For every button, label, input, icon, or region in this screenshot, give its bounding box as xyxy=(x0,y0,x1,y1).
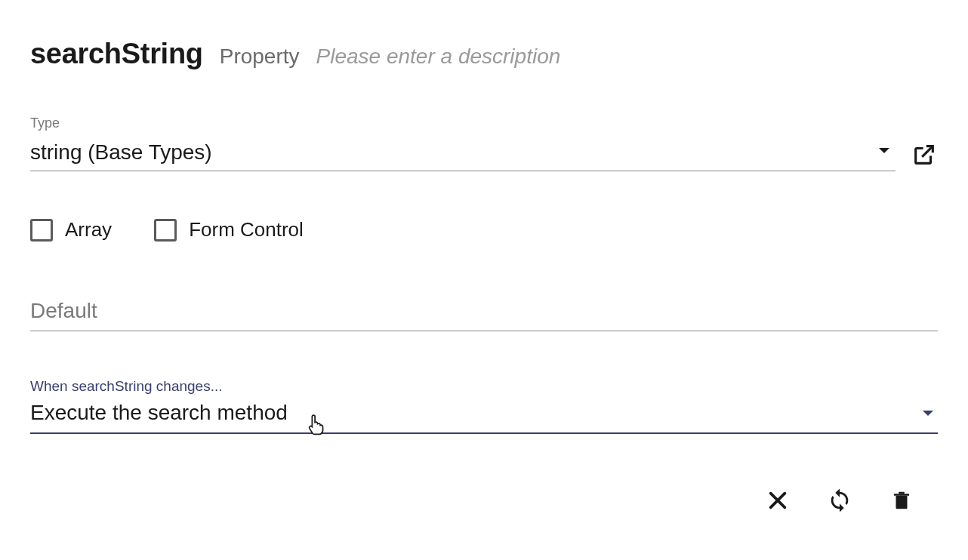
on-change-label: When searchString changes... xyxy=(30,378,938,395)
array-checkbox[interactable]: Array xyxy=(30,218,112,242)
close-button[interactable] xyxy=(764,487,791,514)
on-change-select[interactable]: Execute the search method xyxy=(30,399,938,434)
form-control-checkbox[interactable]: Form Control xyxy=(154,218,304,242)
form-control-checkbox-label: Form Control xyxy=(189,218,304,242)
refresh-button[interactable] xyxy=(826,487,853,514)
type-select[interactable]: string (Base Types) xyxy=(30,137,896,171)
property-description-placeholder[interactable]: Please enter a description xyxy=(316,45,561,69)
default-input[interactable] xyxy=(30,294,938,331)
type-select-value: string (Base Types) xyxy=(30,140,212,165)
property-header: searchString Property Please enter a des… xyxy=(30,38,938,70)
property-kind-label: Property xyxy=(220,45,300,69)
dropdown-caret-icon xyxy=(879,148,889,153)
refresh-icon xyxy=(827,488,852,513)
type-row: Type string (Base Types) xyxy=(30,115,938,171)
checkbox-box-icon xyxy=(30,219,53,242)
on-change-select-value: Execute the search method xyxy=(30,401,288,425)
property-name: searchString xyxy=(30,38,203,70)
action-row xyxy=(30,487,938,514)
open-in-new-icon xyxy=(911,142,937,168)
checkbox-box-icon xyxy=(154,219,177,242)
dropdown-caret-icon xyxy=(923,411,933,416)
open-external-button[interactable] xyxy=(911,141,938,168)
checkbox-row: Array Form Control xyxy=(30,218,938,242)
close-icon xyxy=(766,488,790,512)
type-label: Type xyxy=(30,115,896,131)
trash-icon xyxy=(890,488,913,513)
default-field xyxy=(30,294,938,331)
on-change-field: When searchString changes... Execute the… xyxy=(30,378,938,434)
array-checkbox-label: Array xyxy=(65,218,112,242)
delete-button[interactable] xyxy=(888,487,915,514)
type-field: Type string (Base Types) xyxy=(30,115,896,171)
